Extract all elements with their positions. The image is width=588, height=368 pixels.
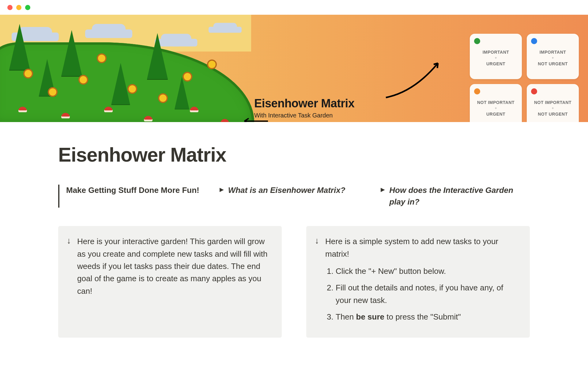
matrix-quadrant-grid: IMPORTANT + URGENT IMPORTANT + NOT URGEN…: [470, 34, 579, 122]
step3-suffix: to press the "Submit": [384, 312, 461, 321]
banner-title-block: Eisenhower Matrix With Interactive Task …: [254, 97, 354, 119]
quadrant-line1: NOT IMPORTANT: [531, 100, 575, 105]
callout-body: Here is your interactive garden! This ga…: [77, 235, 271, 327]
quadrant-line2: NOT URGENT: [531, 112, 575, 117]
page-title: Eisenhower Matrix: [58, 144, 530, 166]
quadrant-dot-icon: [531, 88, 537, 94]
tagline-block: Make Getting Stuff Done More Fun!: [58, 185, 207, 208]
arrow-left-icon: [242, 117, 270, 122]
callout-intro: Here is a simple system to add new tasks…: [325, 237, 498, 258]
tagline-text: Make Getting Stuff Done More Fun!: [66, 185, 207, 196]
quadrant-card-important-noturgent: IMPORTANT + NOT URGENT: [527, 34, 579, 79]
cover-banner: Eisenhower Matrix With Interactive Task …: [0, 15, 588, 122]
quadrant-line2: NOT URGENT: [531, 61, 575, 66]
callout-body: Here is a simple system to add new tasks…: [325, 235, 519, 327]
toggle-what-is[interactable]: ▶ What is an Eisenhower Matrix?: [220, 185, 369, 208]
quadrant-dot-icon: [474, 88, 480, 94]
minimize-window-button[interactable]: [16, 5, 21, 10]
toggle-how-garden[interactable]: ▶ How does the Interactive Garden play i…: [381, 185, 530, 208]
close-window-button[interactable]: [7, 5, 13, 10]
quadrant-line1: IMPORTANT: [531, 50, 575, 55]
plus-icon: +: [531, 56, 575, 60]
window-chrome: [0, 0, 588, 15]
quadrant-card-notimportant-noturgent: NOT IMPORTANT + NOT URGENT: [527, 84, 579, 122]
intro-columns: Make Getting Stuff Done More Fun! ▶ What…: [58, 185, 530, 208]
quadrant-line1: IMPORTANT: [474, 50, 518, 55]
step3-bold: be sure: [356, 312, 385, 321]
banner-title: Eisenhower Matrix: [254, 97, 354, 110]
list-item: Fill out the details and notes, if you h…: [336, 282, 519, 306]
quadrant-dot-icon: [474, 38, 480, 44]
callout-add-tasks: ↓ Here is a simple system to add new tas…: [306, 226, 530, 338]
list-item: Then be sure to press the "Submit": [336, 311, 519, 323]
pixel-garden-art: [0, 15, 251, 122]
toggle-label: What is an Eisenhower Matrix?: [228, 185, 345, 196]
page-content: Eisenhower Matrix Make Getting Stuff Don…: [0, 122, 588, 338]
arrow-curve-icon: [383, 58, 444, 101]
triangle-right-icon: ▶: [381, 186, 385, 193]
arrow-down-icon: ↓: [67, 235, 71, 327]
step3-prefix: Then: [336, 312, 356, 321]
maximize-window-button[interactable]: [25, 5, 30, 10]
quadrant-card-notimportant-urgent: NOT IMPORTANT + URGENT: [470, 84, 522, 122]
triangle-right-icon: ▶: [220, 186, 224, 193]
arrow-down-icon: ↓: [315, 235, 319, 327]
steps-list: Click the "+ New" button below. Fill out…: [325, 265, 519, 323]
quadrant-card-important-urgent: IMPORTANT + URGENT: [470, 34, 522, 79]
list-item: Click the "+ New" button below.: [336, 265, 519, 277]
callout-garden: ↓ Here is your interactive garden! This …: [58, 226, 282, 338]
plus-icon: +: [474, 56, 518, 60]
quadrant-line1: NOT IMPORTANT: [474, 100, 518, 105]
quadrant-line2: URGENT: [474, 112, 518, 117]
quadrant-dot-icon: [531, 38, 537, 44]
callout-columns: ↓ Here is your interactive garden! This …: [58, 226, 530, 338]
toggle-label: How does the Interactive Garden play in?: [389, 185, 530, 208]
plus-icon: +: [474, 106, 518, 110]
quadrant-line2: URGENT: [474, 61, 518, 66]
plus-icon: +: [531, 106, 575, 110]
